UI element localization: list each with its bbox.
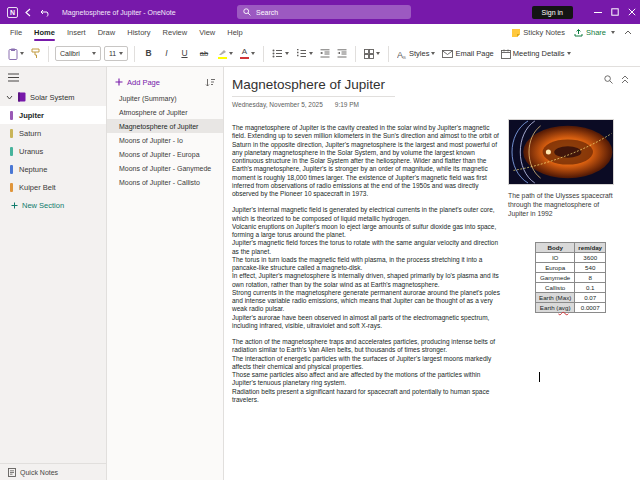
ribbon-divider — [134, 46, 135, 62]
notebook-sidebar: Solar System Jupiter Saturn Uranus Neptu… — [0, 67, 107, 480]
section-label: Jupiter — [19, 111, 44, 120]
section-color-bar — [10, 129, 13, 138]
menu-item-help[interactable]: Help — [221, 24, 248, 41]
table-cell-value: 0.0007 — [575, 303, 606, 313]
underline-button[interactable]: U — [177, 45, 192, 63]
table-row[interactable]: Earth (Max) 0.07 — [536, 293, 606, 303]
table-cell-value: 540 — [575, 263, 606, 273]
quick-notes-icon — [8, 468, 16, 477]
increase-indent-button[interactable] — [335, 45, 349, 63]
menu-item-home[interactable]: Home — [28, 24, 61, 41]
maximize-button[interactable] — [606, 0, 623, 24]
page-list-item[interactable]: Moons of Jupiter - Io — [107, 133, 223, 147]
italic-button[interactable]: I — [159, 45, 174, 63]
table-row[interactable]: Europa 540 — [536, 263, 606, 273]
undo-icon[interactable] — [40, 8, 51, 17]
font-name-select[interactable]: Calibri — [55, 46, 101, 61]
section-color-bar — [10, 147, 13, 156]
highlight-button[interactable] — [216, 45, 235, 63]
page-list-item[interactable]: Moons of Jupiter - Callisto — [107, 175, 223, 189]
clipboard-icon — [8, 48, 18, 60]
close-button[interactable] — [623, 0, 640, 24]
bullets-button[interactable] — [270, 45, 291, 63]
page-list-item[interactable]: Moons of Jupiter - Ganymede — [107, 161, 223, 175]
paragraph[interactable]: The action of the magnetosphere traps an… — [232, 338, 502, 404]
text-cursor — [539, 372, 540, 382]
back-icon[interactable] — [24, 8, 34, 17]
sticky-note-icon — [512, 29, 520, 37]
sidebar-section-jupiter[interactable]: Jupiter — [0, 106, 106, 124]
image-caption[interactable]: The path of the Ulysses spacecraft throu… — [508, 192, 614, 218]
sidebar-section-neptune[interactable]: Neptune — [0, 160, 106, 178]
app-body: Solar System Jupiter Saturn Uranus Neptu… — [0, 67, 640, 480]
chevron-down-icon — [6, 95, 13, 100]
menubar: FileHomeInsertDrawHistoryReviewViewHelp … — [0, 24, 640, 41]
menu-item-file[interactable]: File — [4, 24, 28, 41]
menu-item-view[interactable]: View — [193, 24, 221, 41]
share-button[interactable]: Share — [574, 28, 615, 37]
table-header-row: Body rem/day — [536, 243, 606, 253]
table-row[interactable]: Earth (avg) 0.0007 — [536, 303, 606, 313]
page-title[interactable]: Magnetosphere of Jupiter — [232, 77, 395, 97]
page-list-item[interactable]: Moons of Jupiter - Europa — [107, 147, 223, 161]
new-section-button[interactable]: New Section — [0, 196, 106, 214]
add-page-button[interactable]: Add Page — [115, 78, 160, 87]
ribbon-divider — [263, 46, 264, 62]
styles-button[interactable]: Aa Styles — [395, 45, 437, 63]
page-list-item[interactable]: Magnetosphere of Jupiter — [107, 119, 223, 133]
content-tools — [604, 75, 630, 84]
strikethrough-button[interactable]: ab — [195, 45, 213, 63]
sidebar-section-kuiper-belt[interactable]: Kuiper Belt — [0, 178, 106, 196]
sign-in-button[interactable]: Sign in — [532, 6, 573, 19]
page-date: Wednesday, November 5, 2025 — [232, 101, 323, 108]
hamburger-menu-icon[interactable] — [8, 73, 19, 82]
outdent-icon — [320, 49, 330, 58]
table-row[interactable]: Ganymede 8 — [536, 273, 606, 283]
magnetosphere-diagram-image[interactable] — [508, 119, 614, 185]
menu-item-insert[interactable]: Insert — [61, 24, 92, 41]
search-box[interactable]: Search — [237, 5, 411, 19]
numbering-button[interactable] — [294, 45, 315, 63]
table-cell-value: 0.07 — [575, 293, 606, 303]
sidebar-section-uranus[interactable]: Uranus — [0, 142, 106, 160]
page-canvas[interactable]: Magnetosphere of Jupiter Wednesday, Nove… — [224, 67, 640, 480]
page-search-icon[interactable] — [604, 75, 613, 84]
font-color-button[interactable]: A — [238, 45, 257, 63]
meeting-details-button[interactable]: Meeting Details — [499, 45, 573, 63]
share-icon — [574, 29, 583, 37]
sticky-notes-button[interactable]: Sticky Notes — [512, 28, 565, 37]
format-painter-button[interactable] — [29, 45, 42, 63]
bold-button[interactable]: B — [141, 45, 156, 63]
font-size-select[interactable]: 11 — [104, 46, 128, 61]
paste-button[interactable] — [6, 45, 26, 63]
section-list: Jupiter Saturn Uranus Neptune Kuiper Bel… — [0, 106, 106, 196]
page-list-item[interactable]: Jupiter (Summary) — [107, 91, 223, 105]
page-meta: Wednesday, November 5, 2025 9:19 PM — [232, 101, 640, 108]
sidebar-section-saturn[interactable]: Saturn — [0, 124, 106, 142]
menu-item-history[interactable]: History — [121, 24, 156, 41]
table-header-value: rem/day — [575, 243, 606, 253]
note-body[interactable]: The magnetosphere of Jupiter is the cavi… — [232, 124, 502, 404]
table-row[interactable]: IO 3600 — [536, 253, 606, 263]
menu-item-draw[interactable]: Draw — [92, 24, 122, 41]
collapse-ribbon-icon[interactable] — [624, 30, 632, 35]
tags-button[interactable] — [362, 45, 382, 63]
titlebar-left: N Magnetosphere of Jupiter - OneNote — [0, 7, 176, 18]
full-page-view-icon[interactable] — [621, 75, 630, 84]
onenote-app-icon[interactable]: N — [7, 7, 18, 18]
quick-notes-button[interactable]: Quick Notes — [0, 463, 106, 480]
notebook-row[interactable]: Solar System — [0, 88, 106, 106]
highlighter-icon — [218, 48, 227, 60]
decrease-indent-button[interactable] — [318, 45, 332, 63]
paragraph[interactable]: The magnetosphere of Jupiter is the cavi… — [232, 124, 502, 198]
minimize-button[interactable] — [589, 0, 606, 24]
sort-pages-icon[interactable] — [205, 78, 215, 87]
table-cell-value: 8 — [575, 273, 606, 283]
ribbon: Calibri 11 B I U ab A Aa Sty — [0, 41, 640, 67]
table-row[interactable]: Callisto 0.1 — [536, 283, 606, 293]
paragraph[interactable]: Jupiter's internal magnetic field is gen… — [232, 206, 502, 330]
radiation-table[interactable]: Body rem/day IO 3600 Europa 540 Ganymede… — [535, 242, 606, 313]
menu-item-review[interactable]: Review — [157, 24, 194, 41]
page-list-item[interactable]: Atmosphere of Jupiter — [107, 105, 223, 119]
email-page-button[interactable]: Email Page — [440, 45, 495, 63]
